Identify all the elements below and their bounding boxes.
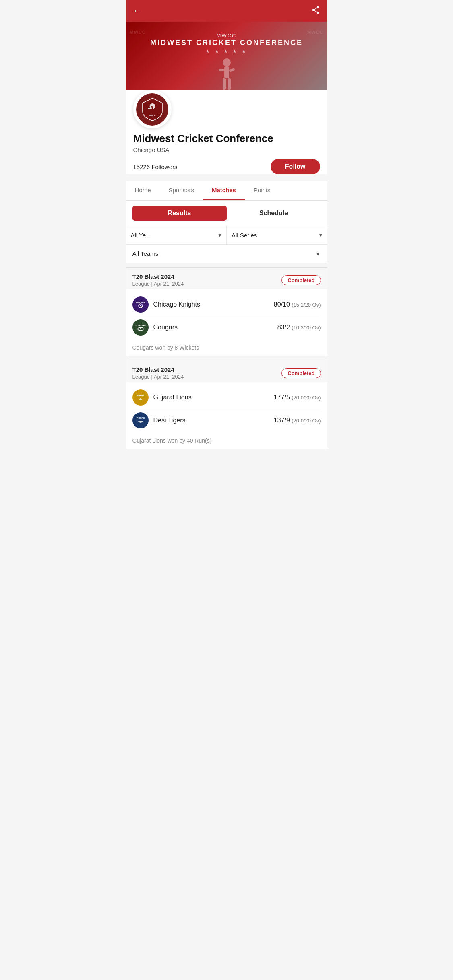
svg-point-21	[133, 413, 148, 428]
svg-rect-7	[151, 106, 153, 112]
svg-text:KNIGHTS: KNIGHTS	[135, 301, 145, 304]
match-1-team-1-name: Chicago Knights	[153, 301, 274, 308]
svg-rect-1	[224, 66, 229, 78]
match-2-team-2-row: TIGERS Desi Tigers 137/9 (20.0/20 Ov)	[132, 409, 321, 432]
banner-stars: ★ ★ ★ ★ ★	[150, 49, 303, 54]
match-1-series-name: T20 Blast 2024	[132, 273, 184, 280]
match-2-team-2-logo: TIGERS	[132, 412, 149, 428]
filters-row: All Ye... 2024 2023 2022 ▼ All Series T2…	[126, 226, 327, 245]
cougars-logo-svg: COUGARS	[133, 320, 148, 335]
svg-rect-4	[223, 78, 226, 90]
match-2-status-badge: Completed	[281, 368, 321, 378]
match-1-status-badge: Completed	[281, 275, 321, 285]
org-location: Chicago USA	[133, 146, 320, 153]
match-card-1-header: T20 Blast 2024 League | Apr 21, 2024 Com…	[126, 268, 327, 289]
match-2-result: Gujarat Lions won by 40 Run(s)	[126, 436, 327, 449]
svg-point-18	[133, 390, 148, 405]
tab-sponsors[interactable]: Sponsors	[160, 181, 203, 200]
match-2-team-2-name: Desi Tigers	[153, 417, 274, 424]
match-1-team-1-score: 80/10 (15.1/20 Ov)	[274, 301, 321, 308]
match-2-team-2-score: 137/9 (20.0/20 Ov)	[274, 417, 321, 424]
followers-row: 15226 Followers Follow	[133, 159, 320, 174]
match-1-team-1-logo: KNIGHTS	[132, 296, 149, 313]
tab-home[interactable]: Home	[126, 181, 160, 200]
tabs-bar: Home Sponsors Matches Points	[126, 181, 327, 201]
profile-section: MWCC Midwest Cricket Conference Chicago …	[126, 90, 327, 174]
svg-text:GUJARAT: GUJARAT	[136, 394, 145, 397]
match-1-team-2-score: 83/2 (10.3/20 Ov)	[277, 324, 321, 331]
teams-filter-row[interactable]: All Teams ▼	[126, 245, 327, 263]
desi-logo-svg: TIGERS	[133, 413, 148, 428]
year-filter[interactable]: All Ye... 2024 2023 2022	[131, 226, 222, 244]
match-1-teams: KNIGHTS Chicago Knights 80/10 (15.1/20 O…	[126, 289, 327, 343]
teams-filter-label: All Teams	[132, 250, 159, 257]
banner-conference-name: MIDWEST CRICKET CONFERENCE	[150, 39, 303, 47]
org-name: Midwest Cricket Conference	[133, 132, 320, 145]
match-cards-container: T20 Blast 2024 League | Apr 21, 2024 Com…	[126, 267, 327, 449]
match-2-team-1-score: 177/5 (20.0/20 Ov)	[274, 394, 321, 401]
tab-matches[interactable]: Matches	[203, 181, 245, 200]
match-1-team-2-logo: COUGARS	[132, 319, 149, 336]
results-button[interactable]: Results	[132, 206, 227, 221]
tab-points[interactable]: Points	[245, 181, 279, 200]
series-filter[interactable]: All Series T20 Blast 2024	[232, 226, 323, 244]
match-1-team-2-row: COUGARS Cougars 83/2 (10.3/20 Ov)	[132, 316, 321, 339]
match-2-team-1-name: Gujarat Lions	[153, 394, 274, 401]
svg-text:COUGARS: COUGARS	[134, 324, 146, 327]
match-1-team-2-name: Cougars	[153, 324, 277, 331]
match-2-meta: League | Apr 21, 2024	[132, 374, 184, 380]
back-button[interactable]: ←	[133, 6, 142, 15]
teams-filter-arrow: ▼	[315, 251, 321, 257]
match-card-1: T20 Blast 2024 League | Apr 21, 2024 Com…	[126, 267, 327, 356]
top-bar: ←	[126, 0, 327, 22]
results-schedule-bar: Results Schedule	[126, 201, 327, 226]
gujarat-logo-svg: GUJARAT	[133, 390, 148, 405]
match-2-team-1-logo: GUJARAT	[132, 389, 149, 406]
banner-mwcc-label-1: MWCC	[130, 30, 146, 35]
match-2-teams: GUJARAT Gujarat Lions 177/5 (20.0/20 Ov)…	[126, 382, 327, 436]
svg-text:MWCC: MWCC	[149, 114, 155, 117]
match-card-2-header: T20 Blast 2024 League | Apr 21, 2024 Com…	[126, 360, 327, 382]
match-2-team-1-row: GUJARAT Gujarat Lions 177/5 (20.0/20 Ov)	[132, 386, 321, 409]
svg-point-17	[140, 327, 141, 329]
svg-rect-2	[219, 69, 224, 71]
svg-point-10	[133, 297, 148, 312]
banner-mwcc-center: MWCC	[150, 33, 303, 39]
match-2-series-name: T20 Blast 2024	[132, 366, 184, 373]
match-1-result: Cougars won by 8 Wickets	[126, 343, 327, 356]
match-card-2: T20 Blast 2024 League | Apr 21, 2024 Com…	[126, 360, 327, 449]
svg-rect-3	[229, 68, 235, 72]
org-logo: MWCC	[141, 97, 163, 121]
svg-rect-5	[228, 78, 231, 90]
knights-logo-svg: KNIGHTS	[133, 297, 148, 312]
avatar: MWCC	[133, 90, 172, 128]
avatar-wrapper: MWCC	[133, 90, 320, 128]
follow-button[interactable]: Follow	[271, 159, 320, 174]
match-1-series-info: T20 Blast 2024 League | Apr 21, 2024	[132, 273, 184, 287]
banner-text: MWCC MIDWEST CRICKET CONFERENCE ★ ★ ★ ★ …	[150, 33, 303, 99]
match-1-meta: League | Apr 21, 2024	[132, 281, 184, 287]
followers-count: 15226 Followers	[133, 163, 178, 170]
banner-mwcc-label-2: MWCC	[307, 30, 323, 35]
match-2-series-info: T20 Blast 2024 League | Apr 21, 2024	[132, 366, 184, 380]
svg-text:TIGERS: TIGERS	[136, 417, 145, 419]
year-filter-wrapper: All Ye... 2024 2023 2022 ▼	[126, 226, 227, 244]
series-filter-wrapper: All Series T20 Blast 2024 ▼	[227, 226, 327, 244]
avatar-inner: MWCC	[136, 93, 168, 126]
match-1-team-1-row: KNIGHTS Chicago Knights 80/10 (15.1/20 O…	[132, 293, 321, 316]
schedule-button[interactable]: Schedule	[227, 206, 321, 221]
svg-point-0	[223, 58, 231, 66]
share-button[interactable]	[311, 6, 320, 16]
